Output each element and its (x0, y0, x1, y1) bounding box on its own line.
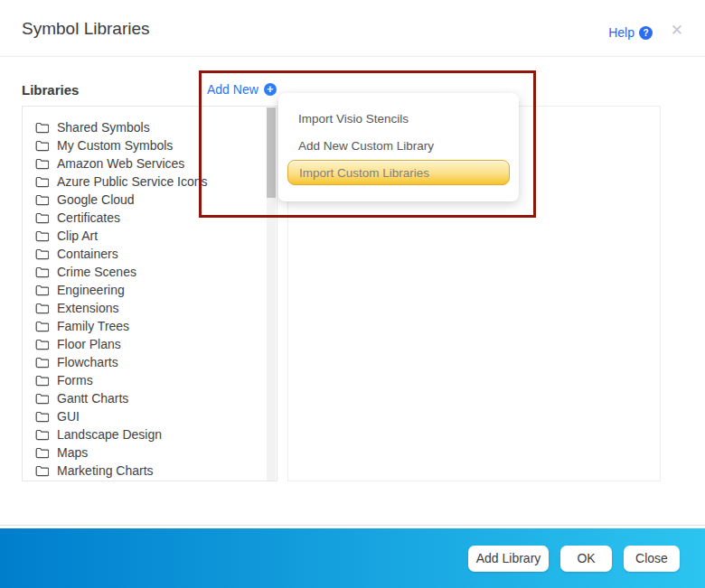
list-item[interactable]: Gantt Charts (23, 389, 277, 407)
close-icon[interactable]: ✕ (671, 23, 683, 38)
list-item-label: Family Trees (57, 319, 129, 333)
list-item-label: Flowcharts (57, 355, 118, 369)
folder-icon (35, 266, 49, 278)
add-new-button[interactable]: Add New + (207, 82, 277, 97)
list-item-label: Certificates (57, 210, 120, 225)
list-item[interactable]: Marketing Charts (23, 462, 277, 480)
close-button[interactable]: Close (624, 546, 680, 572)
folder-icon (35, 230, 49, 242)
list-item-label: GUI (57, 409, 80, 424)
folder-icon (35, 321, 49, 332)
list-item[interactable]: Azure Public Service Icons (23, 173, 277, 191)
add-new-label: Add New (207, 82, 258, 97)
library-list-items: Shared Symbols My Custom Symbols Amazon … (23, 118, 277, 481)
menu-item-import-visio-stencils[interactable]: Import Visio Stencils (287, 106, 510, 131)
list-item-label: Azure Public Service Icons (57, 174, 208, 189)
list-item-label: Crime Scenes (57, 265, 136, 279)
list-item-label: Shared Symbols (57, 120, 150, 135)
scrollbar-thumb[interactable] (267, 107, 276, 198)
list-item[interactable]: GUI (23, 407, 277, 425)
folder-icon (35, 158, 49, 170)
folder-icon (35, 140, 49, 152)
folder-icon (35, 375, 49, 387)
list-item[interactable]: Crime Scenes (23, 263, 277, 281)
list-item[interactable]: Clip Art (23, 227, 277, 245)
folder-icon (35, 212, 49, 224)
folder-icon (35, 429, 49, 441)
list-item[interactable]: Containers (23, 245, 277, 263)
library-list: Shared Symbols My Custom Symbols Amazon … (22, 106, 277, 481)
folder-icon (35, 303, 49, 314)
page-title: Symbol Libraries (22, 19, 150, 39)
list-item[interactable]: Floor Plans (23, 335, 277, 353)
folder-icon (35, 194, 49, 206)
list-item-label: My Custom Symbols (57, 138, 173, 153)
list-item[interactable]: Family Trees (23, 317, 277, 335)
folder-icon (35, 393, 49, 405)
list-item-label: Clip Art (57, 229, 98, 243)
list-item[interactable]: Flowcharts (23, 353, 277, 371)
help-link[interactable]: Help ? (608, 25, 653, 40)
list-item[interactable]: Maps (23, 443, 277, 462)
list-item[interactable]: Shared Symbols (23, 118, 277, 136)
list-item-label: Floor Plans (57, 337, 121, 351)
footer-divider (0, 525, 705, 526)
folder-icon (35, 248, 49, 260)
symbol-libraries-dialog: Symbol Libraries Help ? ✕ Libraries Add … (0, 0, 705, 588)
list-item-label: Landscape Design (57, 427, 162, 442)
scrollbar-track[interactable] (267, 107, 276, 481)
list-item[interactable]: Certificates (23, 209, 277, 227)
footer-bar: Add Library OK Close (0, 528, 705, 588)
list-item-label: Google Cloud (57, 192, 135, 207)
list-item[interactable]: Google Cloud (23, 191, 277, 209)
folder-icon (35, 411, 49, 423)
menu-item-add-new-custom-library[interactable]: Add New Custom Library (287, 133, 510, 158)
folder-icon (35, 357, 49, 369)
libraries-heading: Libraries (22, 82, 79, 98)
list-item[interactable]: Extensions (23, 299, 277, 317)
add-library-button[interactable]: Add Library (468, 546, 549, 572)
folder-icon (35, 339, 49, 350)
list-item-label: Marketing Charts (57, 463, 154, 478)
folder-icon (35, 122, 49, 134)
plus-circle-icon: + (264, 83, 277, 96)
list-item-label: Gantt Charts (57, 391, 128, 406)
help-label: Help (608, 25, 634, 40)
list-item[interactable]: Engineering (23, 281, 277, 299)
list-item-label: Amazon Web Services (57, 156, 184, 171)
dialog-header: Symbol Libraries Help ? ✕ (0, 0, 705, 57)
list-item-label: Forms (57, 373, 93, 387)
folder-icon (35, 465, 49, 477)
list-item-label: Containers (57, 247, 118, 261)
folder-icon (35, 176, 49, 188)
ok-button[interactable]: OK (560, 546, 612, 572)
list-item[interactable]: My Custom Symbols (23, 136, 277, 154)
list-item[interactable]: Landscape Design (23, 425, 277, 443)
list-item-label: Maps (57, 445, 88, 460)
list-item-label: Extensions (57, 301, 118, 315)
list-item-partial[interactable] (23, 480, 277, 481)
add-new-dropdown-menu: Import Visio Stencils Add New Custom Lib… (278, 93, 519, 201)
folder-icon (35, 447, 49, 459)
list-item-label: Engineering (57, 283, 125, 297)
folder-icon (35, 285, 49, 296)
list-item[interactable]: Forms (23, 371, 277, 389)
menu-item-import-custom-libraries[interactable]: Import Custom Libraries (287, 160, 510, 185)
list-item[interactable]: Amazon Web Services (23, 154, 277, 173)
help-question-icon: ? (639, 26, 653, 40)
